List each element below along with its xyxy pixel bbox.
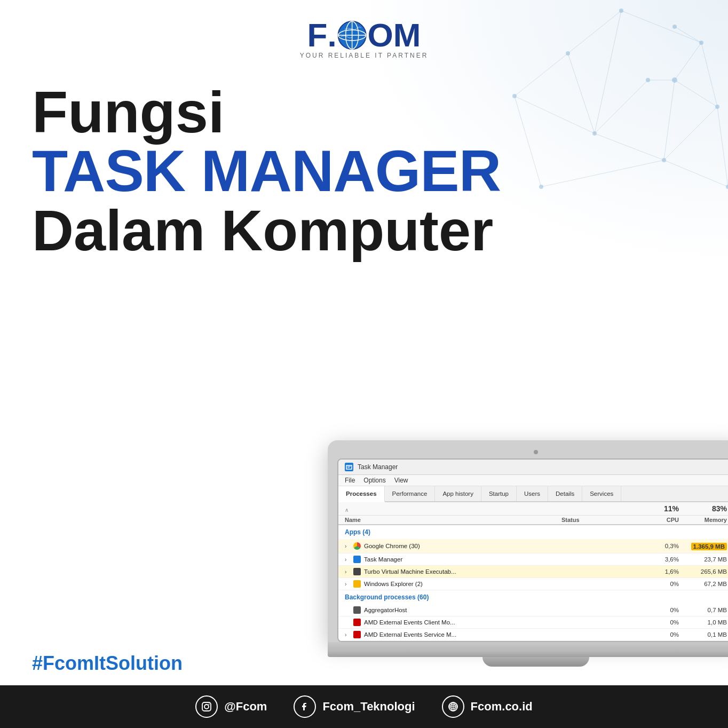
tm-menu-options[interactable]: Options: [363, 477, 385, 484]
svg-line-0: [621, 11, 701, 43]
tm-tab-performance[interactable]: Performance: [385, 486, 436, 501]
headline-line3: Dalam Komputer: [32, 200, 501, 260]
svg-line-8: [675, 80, 717, 107]
amd-service-icon: [353, 631, 361, 638]
bg-row-amd-service: › AMD External Events Service M... 0% 0,…: [338, 629, 728, 641]
instagram-svg: [201, 701, 212, 712]
tm-menubar: File Options View: [338, 475, 728, 486]
bg-section-header: Background processes (60): [338, 590, 728, 604]
website-handle: Fcom.co.id: [471, 700, 533, 714]
tm-tab-apphistory[interactable]: App history: [435, 486, 481, 501]
globe-svg: [448, 701, 458, 712]
aggregator-icon: [353, 606, 361, 614]
chrome-expand[interactable]: ›: [345, 543, 350, 549]
tm-process-icon: [353, 556, 361, 563]
laptop-stand: [482, 657, 589, 667]
tm-tab-processes[interactable]: Processes: [338, 486, 385, 502]
svg-point-22: [662, 158, 666, 162]
col-memory: Memory: [679, 517, 727, 523]
app-row-explorer: › Windows Explorer (2) 0% 67,2 MB: [338, 578, 728, 590]
laptop-body: Task Manager File Options View Processes…: [328, 440, 728, 642]
tm-title-text: Task Manager: [358, 463, 398, 471]
logo-f: F: [307, 16, 328, 54]
explorer-row-name: › Windows Explorer (2): [345, 580, 561, 588]
logo-om: OM: [368, 16, 421, 54]
svg-line-13: [541, 160, 664, 187]
svg-line-14: [717, 107, 728, 187]
app-row-chrome: › Google Chrome (30) 0,3% 1.365,9 MB: [338, 539, 728, 553]
amd-client-cpu: 0%: [636, 619, 679, 626]
tm-icon-svg: [346, 464, 352, 470]
apps-section-header: Apps (4): [338, 525, 728, 539]
tm-titlebar: Task Manager: [338, 460, 728, 475]
explorer-cpu: 0%: [636, 581, 679, 587]
svg-point-21: [715, 105, 719, 109]
vm-icon: [353, 568, 361, 575]
tm-col-labels: Name Status CPU Memory: [338, 516, 728, 525]
logo-dot: .: [327, 16, 336, 54]
facebook-svg: [299, 701, 310, 712]
cpu-percent: 11%: [636, 504, 679, 513]
svg-line-10: [515, 53, 568, 96]
tm-expand[interactable]: ›: [345, 557, 350, 562]
svg-line-16: [675, 27, 701, 43]
vm-expand[interactable]: ›: [345, 569, 350, 574]
social-facebook[interactable]: Fcom_Teknologi: [294, 695, 415, 718]
chrome-icon: [353, 542, 361, 550]
explorer-icon: [353, 580, 361, 588]
svg-line-12: [515, 96, 541, 187]
chrome-row-name: › Google Chrome (30): [345, 542, 561, 550]
tm-row-name: › Task Manager: [345, 556, 561, 563]
svg-point-27: [539, 185, 543, 189]
vm-memory: 265,6 MB: [679, 568, 727, 575]
svg-rect-39: [202, 702, 211, 711]
taskmanager-window: Task Manager File Options View Processes…: [338, 460, 728, 641]
headline-area: Fungsi TASK MANAGER Dalam Komputer: [32, 83, 501, 260]
svg-line-2: [664, 107, 717, 160]
svg-line-11: [515, 96, 595, 133]
tm-cpu: 3,6%: [636, 556, 679, 563]
tm-menu-view[interactable]: View: [394, 477, 408, 484]
tm-tab-details[interactable]: Details: [548, 486, 582, 501]
logo-tagline: YOUR RELIABLE IT PARTNER: [300, 52, 429, 59]
logo-area: F . OM YOUR RELIABLE IT PARTNER: [300, 16, 429, 59]
amd-service-memory: 0,1 MB: [679, 631, 727, 638]
social-website[interactable]: Fcom.co.id: [442, 695, 533, 718]
tm-tab-services[interactable]: Services: [582, 486, 621, 501]
tm-tab-users[interactable]: Users: [517, 486, 548, 501]
svg-line-15: [664, 160, 728, 187]
sort-arrow: ∧: [345, 507, 349, 513]
chrome-cpu: 0,3%: [636, 543, 679, 549]
headline-line2: TASK MANAGER: [32, 141, 501, 200]
tm-app-icon: [345, 463, 353, 471]
vm-cpu: 1,6%: [636, 568, 679, 575]
svg-point-23: [592, 131, 597, 136]
svg-point-20: [699, 41, 703, 45]
app-row-tm: › Task Manager 3,6% 23,7 MB: [338, 553, 728, 566]
svg-point-25: [672, 77, 677, 83]
laptop-base: [328, 642, 728, 657]
svg-line-9: [664, 80, 675, 160]
facebook-icon: [294, 695, 316, 718]
svg-point-41: [209, 704, 210, 705]
memory-percent: 83%: [679, 504, 727, 513]
chrome-memory: 1.365,9 MB: [691, 543, 727, 550]
col-status: Status: [561, 517, 636, 523]
amd-service-cpu: 0%: [636, 631, 679, 638]
amd-service-row-name: › AMD External Events Service M...: [345, 631, 561, 638]
tm-tabs: Processes Performance App history Startu…: [338, 486, 728, 502]
tm-column-headers: ∧ 11% 83%: [338, 502, 728, 516]
amd-client-memory: 1,0 MB: [679, 619, 727, 626]
instagram-icon: [195, 695, 218, 718]
social-instagram[interactable]: @Fcom: [195, 695, 267, 718]
amd-client-icon: [353, 619, 361, 626]
svg-line-7: [675, 43, 701, 80]
amd-service-expand[interactable]: ›: [345, 632, 350, 637]
tm-memory: 23,7 MB: [679, 556, 727, 563]
tm-menu-file[interactable]: File: [345, 477, 355, 484]
col-name: Name: [345, 517, 561, 523]
tm-tab-startup[interactable]: Startup: [481, 486, 517, 501]
explorer-expand[interactable]: ›: [345, 581, 350, 587]
facebook-handle: Fcom_Teknologi: [322, 700, 415, 714]
laptop-camera: [534, 450, 538, 454]
